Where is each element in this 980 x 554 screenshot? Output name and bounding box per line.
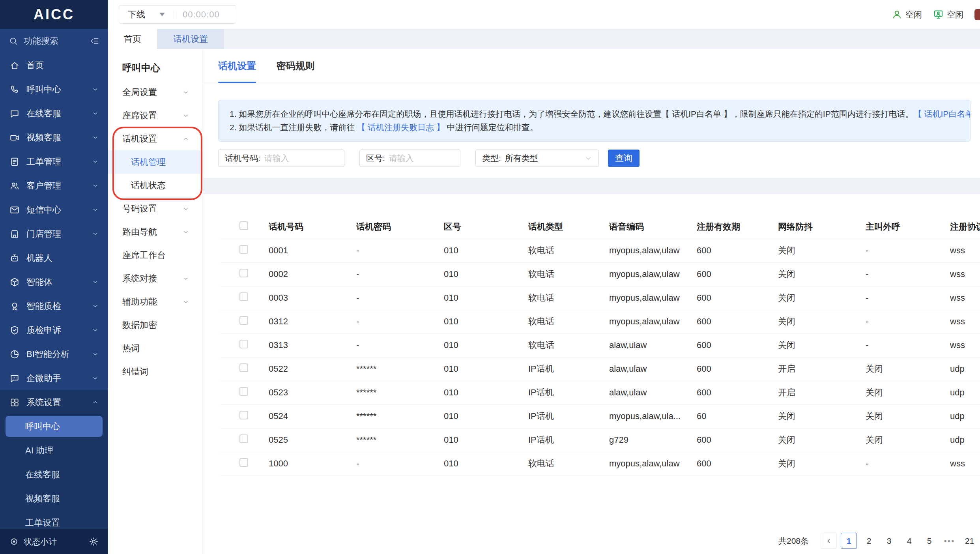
sidebar-item-quality-inspection[interactable]: 智能质检 xyxy=(0,294,108,318)
gear-icon[interactable] xyxy=(89,537,99,547)
sidebar-subitem-call-center[interactable]: 呼叫中心 xyxy=(6,416,103,437)
row-checkbox[interactable] xyxy=(239,292,248,301)
submenu-item-correction-words[interactable]: 纠错词 xyxy=(108,360,203,383)
topbar-right: 空闲 空闲 xyxy=(892,9,980,20)
chevron-down-icon xyxy=(182,112,189,119)
phone-ip-whitelist-link[interactable]: 【 话机IP白名单 】 xyxy=(914,109,971,118)
row-checkbox[interactable] xyxy=(239,245,248,254)
sidebar-item-ticket-management[interactable]: 工单管理 xyxy=(0,150,108,174)
col-header-register-protocol: 注册协议 xyxy=(942,215,980,239)
submenu-item-global-settings[interactable]: 全局设置 xyxy=(108,80,203,104)
row-checkbox[interactable] xyxy=(239,458,248,467)
row-checkbox[interactable] xyxy=(239,340,248,348)
chevron-down-icon xyxy=(92,303,99,309)
cell-network-jitter: 关闭 xyxy=(770,428,857,452)
sidebar-item-online-service[interactable]: 在线客服 xyxy=(0,101,108,125)
phone-register-fail-log-link[interactable]: 【 话机注册失败日志 】 xyxy=(357,123,445,132)
chat-dots-icon xyxy=(9,373,20,384)
cell-phone-type: IP话机 xyxy=(520,381,601,404)
cell-network-jitter: 关闭 xyxy=(770,333,857,357)
sidebar-subitem-ai-assistant[interactable]: AI 助理 xyxy=(0,438,108,462)
sidebar-item-qc-appeal[interactable]: 质检申诉 xyxy=(0,318,108,342)
cell-register-protocol: udp xyxy=(942,404,980,428)
cell-caller-outbound: - xyxy=(857,286,942,310)
row-checkbox[interactable] xyxy=(239,434,248,443)
type-select[interactable]: 类型: 所有类型 xyxy=(475,150,599,167)
cell-phone-password: ****** xyxy=(348,428,436,452)
cell-voice-codec: myopus,alaw,ulaw xyxy=(601,239,688,262)
submenu-item-phone-status[interactable]: 话机状态 xyxy=(108,174,203,197)
phone-number-input[interactable] xyxy=(264,153,338,163)
select-all-checkbox[interactable] xyxy=(239,221,248,230)
sidebar-item-system-settings[interactable]: 系统设置 xyxy=(0,390,108,414)
sidebar-item-bi-analysis[interactable]: BI智能分析 xyxy=(0,342,108,366)
page-tabstrip: 首页 话机设置 xyxy=(108,29,980,49)
cell-area-code: 010 xyxy=(436,428,520,452)
area-code-input[interactable] xyxy=(389,153,454,163)
cell-voice-codec: alaw,ulaw xyxy=(601,381,688,404)
cell-network-jitter: 关闭 xyxy=(770,452,857,475)
chevron-down-icon xyxy=(92,351,99,357)
sidebar-item-customer-management[interactable]: 客户管理 xyxy=(0,174,108,198)
row-checkbox[interactable] xyxy=(239,269,248,277)
sidebar-item-agent[interactable]: 智能体 xyxy=(0,270,108,294)
tab-password-rules[interactable]: 密码规则 xyxy=(277,49,314,83)
chevron-up-icon xyxy=(182,135,189,142)
submenu-item-hot-words[interactable]: 热词 xyxy=(108,337,203,360)
sidebar-item-robot[interactable]: 机器人 xyxy=(0,246,108,270)
area-code-field: 区号: xyxy=(359,150,460,167)
page-tab-phone-settings[interactable]: 话机设置 xyxy=(157,29,224,49)
status-summary-label[interactable]: 状态小计 xyxy=(24,536,84,547)
page-button-1[interactable]: 1 xyxy=(841,533,857,549)
query-button[interactable]: 查询 xyxy=(608,150,640,167)
cell-voice-codec: myopus,alaw,ulaw xyxy=(601,262,688,286)
prev-page-button[interactable] xyxy=(821,533,837,549)
submenu-item-system-integration[interactable]: 系统对接 xyxy=(108,267,203,290)
submenu-item-routing[interactable]: 路由导航 xyxy=(108,220,203,243)
page-button-4[interactable]: 4 xyxy=(901,533,917,549)
cell-register-validity: 60 xyxy=(688,404,770,428)
cell-phone-password: ****** xyxy=(348,357,436,381)
row-checkbox[interactable] xyxy=(239,316,248,325)
sidebar-item-sms-center[interactable]: 短信中心 xyxy=(0,198,108,222)
submenu-item-phone-settings[interactable]: 话机设置 xyxy=(108,127,203,150)
collapse-sidebar-icon[interactable] xyxy=(90,36,99,46)
cell-caller-outbound: - xyxy=(857,452,942,475)
page-tab-home[interactable]: 首页 xyxy=(108,29,157,49)
cell-phone-number: 0525 xyxy=(260,428,348,452)
submenu-item-seat-settings[interactable]: 座席设置 xyxy=(108,104,203,127)
submenu-item-phone-management[interactable]: 话机管理 xyxy=(108,150,203,174)
seat-idle-badge[interactable]: 空闲 xyxy=(933,9,963,20)
sidebar-item-video-service[interactable]: 视频客服 xyxy=(0,125,108,150)
submenu-item-auxiliary-functions[interactable]: 辅助功能 xyxy=(108,290,203,313)
page-button-5[interactable]: 5 xyxy=(921,533,937,549)
agent-idle-badge[interactable]: 空闲 xyxy=(892,9,922,20)
row-checkbox[interactable] xyxy=(239,387,248,396)
pagination-ellipsis[interactable]: ••• xyxy=(941,533,958,549)
row-checkbox[interactable] xyxy=(239,411,248,419)
row-checkbox[interactable] xyxy=(239,363,248,372)
submenu-item-agent-workbench[interactable]: 座席工作台 xyxy=(108,243,203,267)
sidebar-item-home[interactable]: 首页 xyxy=(0,53,108,77)
status-timer: 00:00:00 xyxy=(183,9,220,20)
tab-phone-settings[interactable]: 话机设置 xyxy=(218,49,256,83)
submenu-item-number-settings[interactable]: 号码设置 xyxy=(108,197,203,220)
sidebar-subitem-video-service[interactable]: 视频客服 xyxy=(0,487,108,511)
cube-icon xyxy=(9,277,20,287)
page-button-last[interactable]: 21 xyxy=(961,533,978,549)
sidebar-item-wecom-assistant[interactable]: 企微助手 xyxy=(0,366,108,390)
sidebar-item-store-management[interactable]: 门店管理 xyxy=(0,222,108,246)
cell-register-validity: 600 xyxy=(688,333,770,357)
page-button-3[interactable]: 3 xyxy=(881,533,897,549)
cell-area-code: 010 xyxy=(436,381,520,404)
sidebar-item-call-center[interactable]: 呼叫中心 xyxy=(0,77,108,101)
page-button-2[interactable]: 2 xyxy=(861,533,877,549)
notice-line-1: 1. 如果您所在企业的呼叫中心座席分布在固定的职场，且使用话机进行接打电话，为了… xyxy=(230,107,959,121)
status-icon-partial[interactable] xyxy=(974,9,980,20)
sidebar-search[interactable]: 功能搜索 xyxy=(0,29,108,53)
cell-phone-password: - xyxy=(348,333,436,357)
submenu-item-data-encryption[interactable]: 数据加密 xyxy=(108,313,203,337)
sidebar-subitem-online-service[interactable]: 在线客服 xyxy=(0,462,108,487)
agent-status-select[interactable]: 下线 00:00:00 xyxy=(119,5,236,24)
pagination: 共208条 1 2 3 4 5 ••• 21 xyxy=(778,533,978,549)
